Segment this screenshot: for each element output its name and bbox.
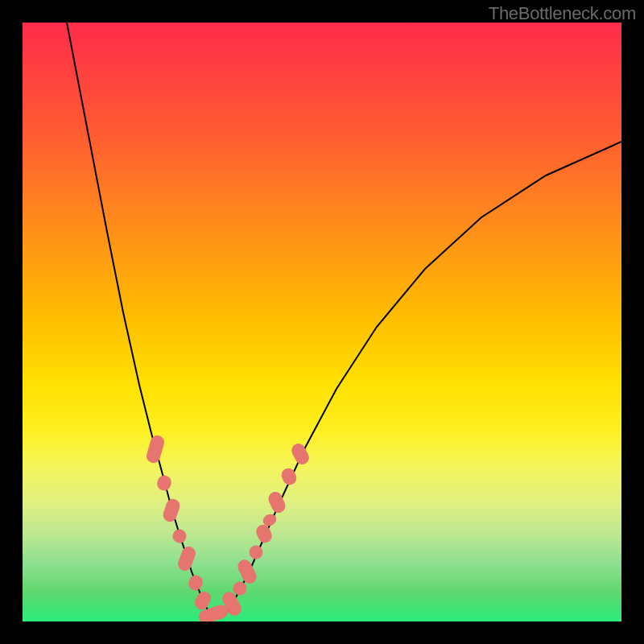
marker-group <box>146 434 311 621</box>
plot-area <box>23 23 621 621</box>
curve-marker <box>247 543 264 560</box>
curve-marker <box>146 434 166 464</box>
curve-layer <box>23 23 621 621</box>
watermark-text: TheBottleneck.com <box>489 3 636 24</box>
curve-marker <box>187 574 204 592</box>
curve-marker <box>197 604 229 621</box>
curve-group <box>67 23 621 617</box>
curve-marker <box>254 523 274 545</box>
right-branch-curve <box>224 142 621 617</box>
curve-marker <box>236 558 258 585</box>
curve-marker <box>156 474 173 492</box>
curve-marker <box>193 590 213 612</box>
curve-marker <box>290 442 311 466</box>
curve-marker <box>262 513 278 527</box>
curve-marker <box>221 590 243 617</box>
curve-marker <box>162 497 181 523</box>
curve-marker <box>176 545 196 572</box>
left-branch-curve <box>67 23 212 617</box>
curve-marker <box>280 467 299 487</box>
curve-marker <box>171 528 188 544</box>
curve-marker <box>231 580 249 597</box>
curve-marker <box>266 490 287 514</box>
chart-container: TheBottleneck.com <box>0 0 644 644</box>
